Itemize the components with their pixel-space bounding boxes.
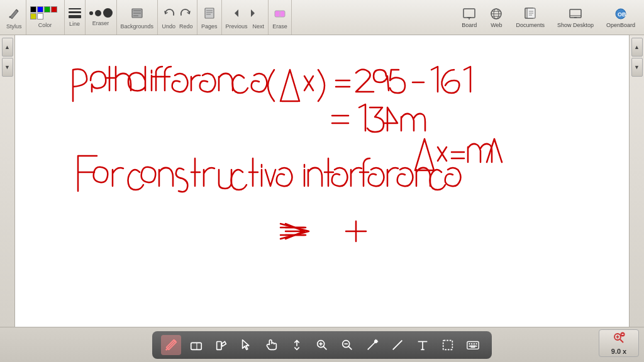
line-draw-tool[interactable]	[387, 335, 408, 355]
svg-rect-4	[133, 15, 138, 16]
svg-line-42	[368, 341, 376, 349]
show-desktop-label: Show Desktop	[557, 22, 594, 28]
svg-point-0	[9, 16, 11, 18]
next-label: Next	[253, 23, 265, 30]
left-panel: ▲ ▼	[0, 35, 15, 327]
color-blue[interactable]	[37, 6, 43, 13]
color-swatches	[30, 6, 60, 19]
bottom-tools-panel	[152, 331, 492, 359]
color-white[interactable]	[37, 13, 43, 19]
eraser-dots	[89, 8, 113, 18]
line-options	[69, 8, 81, 18]
right-arrow-up[interactable]: ▲	[631, 38, 643, 57]
line-group: Line	[65, 0, 86, 35]
hand-tool[interactable]	[262, 335, 282, 355]
erase-group: Erase	[269, 0, 292, 35]
svg-line-40	[348, 346, 352, 349]
zoom-in-tool[interactable]	[312, 335, 332, 355]
stylus-label: Stylus	[6, 23, 22, 30]
openboard-button[interactable]: OB OpenBoard	[601, 4, 640, 31]
svg-line-47	[393, 340, 402, 349]
line-thick[interactable]	[69, 15, 81, 18]
top-toolbar: Stylus Color Line Eraser	[0, 0, 644, 35]
eraser-medium[interactable]	[95, 10, 101, 16]
erase-label: Erase	[272, 23, 287, 30]
eraser-group: Eraser	[86, 0, 117, 35]
pages-icon[interactable]	[202, 6, 217, 21]
line-label: Line	[69, 21, 80, 27]
right-arrow-down[interactable]: ▼	[631, 58, 643, 77]
marker-tool[interactable]	[211, 335, 231, 355]
svg-marker-9	[235, 9, 238, 17]
board-label: Board	[462, 22, 477, 28]
web-button[interactable]: Web	[484, 4, 508, 31]
eraser-small[interactable]	[89, 11, 93, 15]
redo-label: Redo	[179, 23, 193, 30]
svg-rect-34	[217, 341, 221, 349]
left-arrow-up[interactable]: ▲	[2, 38, 13, 57]
line-thin[interactable]	[69, 8, 81, 9]
svg-rect-24	[570, 9, 581, 18]
color-red[interactable]	[51, 6, 57, 13]
color-black[interactable]	[30, 6, 36, 13]
select-tool[interactable]	[438, 335, 458, 355]
eraser-bottom-tool[interactable]	[186, 335, 206, 355]
pointer-tool[interactable]	[236, 335, 257, 355]
bottom-toolbar: 9.0 x	[0, 327, 644, 362]
right-panel: ▲ ▼	[629, 35, 644, 327]
svg-point-31	[165, 348, 167, 350]
openboard-label: OpenBoard	[606, 22, 635, 28]
svg-rect-8	[206, 14, 211, 15]
backgrounds-icon[interactable]	[130, 6, 145, 21]
stylus-icon[interactable]	[6, 6, 21, 21]
zoom-icon	[613, 332, 625, 347]
svg-rect-51	[443, 340, 453, 349]
main-area: ▲ ▼	[0, 35, 644, 327]
svg-text:OB: OB	[618, 11, 626, 18]
svg-rect-7	[206, 12, 213, 13]
zoom-value: 9.0 x	[611, 348, 626, 355]
text-tool[interactable]	[413, 335, 433, 355]
eraser-large[interactable]	[103, 8, 113, 18]
line-medium[interactable]	[69, 11, 81, 13]
svg-marker-10	[251, 9, 255, 17]
board-button[interactable]: Board	[457, 4, 482, 31]
svg-rect-60	[470, 345, 475, 346]
pages-label: Pages	[201, 23, 218, 30]
web-label: Web	[491, 22, 502, 28]
redo-button[interactable]	[178, 6, 193, 21]
color-group: Color	[26, 0, 65, 35]
svg-line-36	[323, 346, 327, 349]
stylus-group: Stylus	[3, 0, 26, 35]
scroll-tool[interactable]	[287, 335, 307, 355]
backgrounds-label: Backgrounds	[121, 23, 154, 30]
svg-rect-2	[133, 10, 141, 11]
color-label: Color	[38, 22, 52, 28]
next-button[interactable]	[245, 6, 260, 21]
svg-line-46	[376, 340, 377, 341]
undo-button[interactable]	[162, 6, 177, 21]
color-yellow[interactable]	[30, 13, 36, 19]
whiteboard[interactable]	[15, 35, 644, 327]
show-desktop-button[interactable]: Show Desktop	[552, 4, 599, 31]
svg-rect-13	[464, 9, 475, 18]
prev-next-group: Previous Next	[222, 0, 269, 35]
toolbar-right: Board Web Documents	[457, 0, 644, 35]
color-green[interactable]	[44, 6, 50, 13]
svg-rect-5	[205, 8, 214, 18]
laser-tool[interactable]	[362, 335, 382, 355]
eraser-label: Eraser	[92, 20, 109, 26]
zoom-out-tool[interactable]	[337, 335, 357, 355]
documents-button[interactable]: Documents	[511, 4, 550, 31]
undo-group: Undo Redo	[158, 0, 197, 35]
keyboard-tool[interactable]	[463, 335, 483, 355]
previous-button[interactable]	[229, 6, 244, 21]
documents-label: Documents	[516, 22, 545, 28]
left-arrow-down[interactable]: ▼	[2, 58, 13, 77]
previous-label: Previous	[226, 23, 248, 30]
zoom-indicator[interactable]: 9.0 x	[599, 329, 639, 357]
erase-icon[interactable]	[272, 6, 287, 21]
pen-tool[interactable]	[161, 335, 181, 355]
undo-label: Undo	[162, 23, 176, 30]
svg-rect-32	[191, 343, 202, 349]
